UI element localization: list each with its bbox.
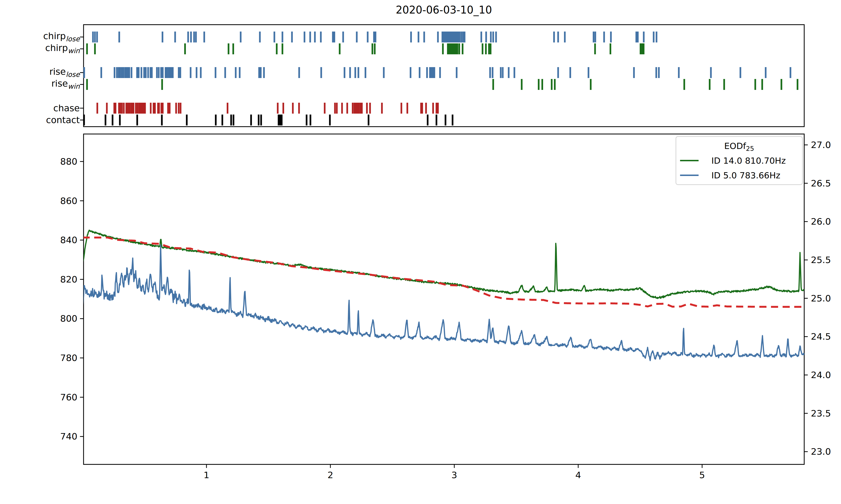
event-mark — [452, 114, 453, 125]
event-mark — [119, 67, 121, 78]
event-mark — [123, 103, 125, 114]
event-mark — [521, 79, 523, 90]
event-mark — [492, 79, 494, 90]
event-mark — [180, 103, 181, 114]
event-mark — [640, 43, 642, 54]
event-mark — [137, 103, 138, 114]
event-mark — [214, 67, 216, 78]
series-eodf-trend — [83, 238, 804, 307]
event-mark — [400, 103, 402, 114]
event-mark — [278, 114, 279, 125]
event-mark — [114, 67, 116, 78]
raster-row-chirp-lose — [92, 32, 657, 42]
event-mark — [162, 32, 163, 42]
event-mark — [263, 67, 265, 78]
event-mark — [329, 114, 331, 125]
event-mark — [594, 32, 596, 42]
event-mark — [119, 32, 120, 42]
event-mark — [281, 32, 283, 42]
event-mark — [356, 32, 358, 42]
event-mark — [383, 67, 385, 78]
event-mark — [374, 43, 375, 54]
event-mark — [121, 67, 122, 78]
event-mark — [118, 67, 119, 78]
event-mark — [86, 79, 88, 90]
event-mark — [419, 67, 420, 78]
event-mark — [429, 67, 431, 78]
event-mark — [147, 67, 149, 78]
event-mark — [423, 32, 425, 42]
x-axis-label: 5 — [699, 470, 705, 480]
event-mark — [178, 103, 179, 114]
event-mark — [106, 103, 108, 114]
event-mark — [564, 32, 566, 42]
event-mark — [258, 67, 260, 78]
legend-label: ID 14.0 810.70Hz — [712, 156, 786, 165]
event-mark — [436, 114, 437, 125]
event-mark — [333, 32, 335, 42]
event-mark — [442, 43, 444, 54]
event-mark — [508, 67, 510, 78]
event-mark — [227, 103, 228, 114]
event-mark — [320, 67, 322, 78]
event-mark — [374, 32, 376, 42]
event-mark — [538, 79, 540, 90]
left-axis-label: 840 — [60, 235, 77, 245]
raster-row-chirp-win — [86, 43, 645, 54]
event-mark — [781, 79, 782, 90]
event-mark — [119, 114, 121, 125]
event-mark — [594, 43, 596, 54]
right-axis-label: 26.5 — [811, 178, 831, 188]
event-mark — [761, 79, 763, 90]
event-mark — [259, 32, 261, 42]
event-mark — [678, 67, 680, 78]
event-mark — [310, 114, 311, 125]
event-mark — [112, 114, 113, 125]
event-mark — [154, 103, 156, 114]
event-mark — [557, 67, 559, 78]
event-mark — [790, 67, 791, 78]
event-mark — [224, 67, 226, 78]
event-mark — [165, 67, 167, 78]
event-mark — [128, 67, 130, 78]
event-mark — [281, 114, 282, 125]
event-mark — [637, 32, 638, 42]
event-mark — [121, 103, 123, 114]
event-mark — [354, 67, 356, 78]
event-mark — [200, 67, 202, 78]
event-mark — [642, 43, 643, 54]
event-mark — [439, 67, 441, 78]
event-mark — [298, 103, 300, 114]
event-mark — [358, 103, 360, 114]
event-mark — [228, 43, 229, 54]
event-mark — [150, 103, 152, 114]
event-mark — [239, 67, 241, 78]
figure-canvas: 2020-06-03-10_10 88086084082080078076074… — [0, 0, 841, 504]
event-mark — [360, 103, 361, 114]
event-mark — [643, 32, 645, 42]
event-mark — [492, 67, 493, 78]
event-mark — [122, 67, 124, 78]
legend: EODf25 ID 14.0 810.70HzID 5.0 783.66Hz — [676, 136, 803, 185]
event-mark — [193, 32, 195, 42]
event-mark — [161, 114, 163, 125]
event-mark — [250, 114, 252, 125]
event-mark — [514, 67, 515, 78]
event-mark — [133, 103, 134, 114]
event-mark — [169, 103, 171, 114]
x-axis-label: 4 — [575, 470, 581, 480]
event-mark — [709, 79, 711, 90]
event-mark — [160, 67, 162, 78]
event-mark — [557, 32, 559, 42]
event-mark — [162, 103, 163, 114]
event-mark — [222, 114, 223, 125]
event-mark — [291, 32, 293, 42]
left-axis-label: 800 — [60, 313, 77, 324]
event-mark — [344, 67, 345, 78]
event-mark — [464, 32, 466, 42]
event-mark — [554, 79, 556, 90]
event-mark — [334, 103, 336, 114]
event-mark — [460, 32, 462, 42]
event-mark — [86, 43, 88, 54]
event-mark — [332, 32, 334, 42]
